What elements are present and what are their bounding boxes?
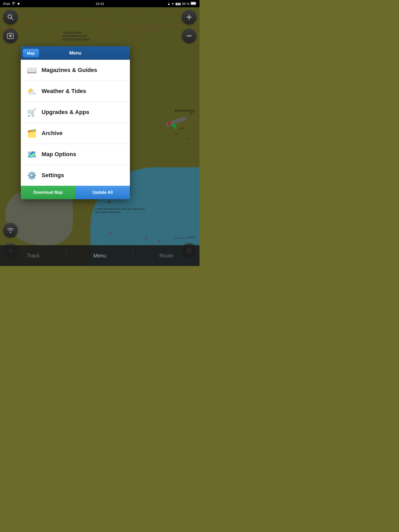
menu-dialog: Map Menu 📖 Magazines & Guides ⛅ Weather …	[21, 46, 130, 199]
settings-label: Settings	[42, 172, 64, 179]
update-all-button[interactable]: Update All	[75, 186, 130, 199]
menu-item-magazines[interactable]: 📖 Magazines & Guides	[21, 60, 130, 81]
menu-list: 📖 Magazines & Guides ⛅ Weather & Tides 🛒…	[21, 60, 130, 186]
menu-title: Menu	[69, 50, 82, 56]
signal-bars: ▮▮▮	[175, 2, 181, 6]
status-bar: iPad ✸ 19:33 ▲ ✦ ▮▮▮ 98 %	[0, 0, 200, 7]
archive-icon: 🗂️	[26, 128, 37, 139]
magazines-label: Magazines & Guides	[42, 67, 97, 74]
weather-icon: ⛅	[26, 85, 37, 97]
status-left: iPad ✸	[3, 2, 20, 6]
battery-icon	[191, 2, 196, 6]
settings-icon: ⚙️	[26, 170, 37, 181]
upgrades-label: Upgrades & Apps	[42, 109, 89, 116]
menu-item-map-options[interactable]: 🗺️ Map Options	[21, 144, 130, 165]
download-map-button[interactable]: Download Map	[21, 186, 75, 199]
svg-rect-2	[191, 2, 195, 4]
signal-icon: ✸	[17, 2, 20, 6]
weather-label: Weather & Tides	[42, 88, 86, 95]
status-right: ▲ ✦ ▮▮▮ 98 %	[167, 2, 196, 6]
battery-level: 98 %	[182, 2, 190, 6]
dialog-footer: Download Map Update All	[21, 186, 130, 199]
modal-overlay: Map Menu 📖 Magazines & Guides ⛅ Weather …	[0, 7, 200, 266]
svg-rect-1	[196, 3, 196, 4]
menu-item-weather[interactable]: ⛅ Weather & Tides	[21, 81, 130, 102]
location-icon: ▲	[167, 2, 170, 6]
map-options-label: Map Options	[42, 151, 76, 158]
wifi-icon	[11, 2, 16, 6]
menu-item-settings[interactable]: ⚙️ Settings	[21, 165, 130, 186]
dialog-header: Map Menu	[21, 46, 130, 60]
magazines-icon: 📖	[26, 64, 37, 76]
archive-label: Archive	[42, 130, 63, 137]
status-time: 19:33	[96, 2, 104, 6]
map-options-icon: 🗺️	[26, 149, 37, 160]
menu-item-upgrades[interactable]: 🛒 Upgrades & Apps	[21, 102, 130, 123]
carrier-label: iPad	[3, 2, 10, 6]
header-map-button[interactable]: Map	[23, 49, 39, 57]
upgrades-icon: 🛒	[26, 107, 37, 118]
menu-item-archive[interactable]: 🗂️ Archive	[21, 123, 130, 144]
bluetooth-icon: ✦	[171, 2, 174, 6]
